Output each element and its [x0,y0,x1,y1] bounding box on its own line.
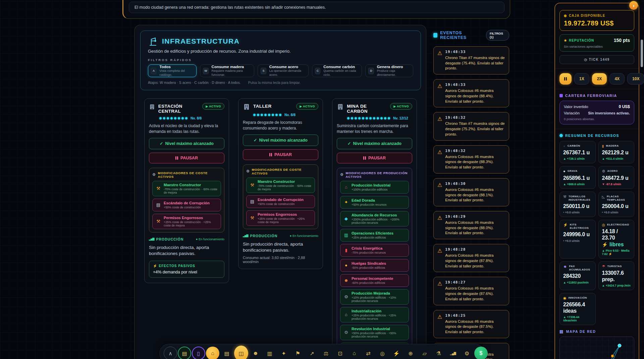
lab-icon[interactable]: ⚗ [432,347,445,359]
modifier-icon: ☻ [343,278,349,283]
factory-mode-icon[interactable]: ⌂ [206,347,219,359]
bolt-icon: ⚡ [608,252,612,256]
bank-icon[interactable]: ⌂ [347,347,361,359]
gear-icon: ⚙ [340,172,344,177]
tick-indicator[interactable]: ◷ TICK 1449 [559,55,634,64]
flag-icon[interactable]: ⚑ [291,347,305,359]
pause-button[interactable]: PAUSAR [337,153,412,163]
star-icon: ★ [564,39,567,42]
contracts-icon[interactable]: ▥ [263,347,276,359]
sparkles-icon[interactable]: ✦ [277,347,290,359]
pause-speed-button[interactable] [559,73,572,85]
expand-dock-icon[interactable]: ∧ [164,347,177,359]
status-badge: ▶ ACTIVO [390,103,412,110]
collapse-sidebar-button[interactable]: › [629,1,638,10]
building-card-taller: TALLER ▶ ACTIVO Nv. 8/8 Repara desgaste … [238,98,323,269]
event-text: Chrono Titan #7 muestra signos de desgas… [445,121,505,137]
modifier-row: ◆ Abundancia de Recursos+200% producción… [340,211,409,226]
resource-icon: ● [563,144,566,148]
filter-button[interactable]: A Todos Vista completa del catálogo. [148,64,197,77]
resources-grid: ●CARBÓN 267367.1 u ▲ +726.1 u/min ▮MADER… [559,141,634,325]
balance-icon[interactable]: ⚖ [319,347,333,359]
level-label: Nv. 12/12 [393,116,408,120]
filter-key-badge: A [151,68,156,74]
building-icon [149,103,155,110]
status-sidebar: ◉CAJA DISPONIBLE 19.972.789 US$ ★REPUTAC… [554,3,639,359]
event-time: 19:48:25 [445,313,505,318]
page-scrollbar[interactable] [641,40,643,67]
events-filters-button[interactable]: FILTROS (1) [486,30,509,41]
speed-button[interactable]: 10X [627,73,644,85]
bottom-dock: ∧ ▤ ▯ ⌂ ▤ ◫ ☻ ▥ ✦ ⚑ ↗ ⚖ ⊡ ⌂ ⇄ ◎ ⚡ ⊕ ▱ ⚗ … [159,344,485,359]
recent-events-panel: EVENTOS RECIENTES FILTROS (1) ⚠ 19:48:33… [433,30,509,359]
max-level-indicator: ✓Nivel máximo alcanzado [243,135,318,146]
building-icon [243,103,250,110]
filter-desc: Vista completa del catálogo. [159,69,192,76]
map-icon[interactable]: ▤ [220,347,233,359]
filter-button[interactable]: S Consume acero La operación demanda ace… [258,64,309,77]
event-time: 19:48:28 [445,247,505,252]
card-icon[interactable]: ⊡ [333,347,347,359]
clock-icon: ◷ [584,58,587,61]
resource-icon: ◉ [563,296,567,300]
level-dots: Nv. 8/8 [253,113,318,117]
network-map[interactable] [559,337,634,359]
exchange-icon[interactable]: ⇄ [362,347,375,359]
status-badge: ▶ ACTIVO [202,103,224,110]
page-subtitle: Gestión de edificios y producción de rec… [148,49,413,54]
building-description: Suministra carbón constantemente para ma… [337,123,412,135]
modifier-icon: ⚒ [250,215,255,220]
warning-icon: ⚠ [437,149,442,170]
workers-icon[interactable]: ☻ [249,347,262,359]
modifier-icon: ⚒ [250,183,255,188]
trend-icon[interactable]: ↗ [305,347,319,359]
filter-button[interactable]: C Consume carbón Quema carbón en cada ci… [312,64,362,77]
pause-button[interactable]: PAUSAR [243,149,318,160]
settings-icon[interactable]: ⚙ [460,347,474,359]
pause-button[interactable]: PAUSAR [149,153,224,163]
ticket-icon[interactable]: ▱ [418,347,431,359]
event-text: Aurora Colossus #6 muestra signos de des… [445,154,505,170]
buildings-icon[interactable]: ◫ [234,346,248,359]
portfolio-header: CARTERA FERROVIARIA [559,94,634,98]
finance-icon[interactable]: $ [474,347,488,359]
speed-button[interactable]: 2X [592,73,607,85]
event-time: 19:48:29 [445,214,505,219]
gear-icon: ⚙ [246,169,250,173]
cash-amount: 19.972.789 US$ [564,19,630,27]
resource-card: ●CARBÓN 267367.1 u ▲ +726.1 u/min [559,141,596,163]
production-status: ● En funcionamiento [290,234,318,238]
bolt-icon: ⚡ [602,242,608,247]
bulb-icon: ◎ [602,223,605,227]
filter-button[interactable]: W Consume madera Requiere madera para fu… [200,64,254,77]
event-time: 19:48:32 [445,115,505,120]
warning-icon: ⚠ [437,214,442,236]
modifier-row: ⚙ Producción Mejorada+10% producción edi… [340,289,409,305]
infrastructure-panel: INFRAESTRUCTURA Gestión de edificios y p… [134,25,426,359]
speed-controls: 1X 2X 4X 10X [559,73,634,85]
modifier-row: ⌂ Industrialización+25% producción edifi… [340,307,409,322]
stats-icon[interactable]: ▁▄▇ [446,347,460,359]
level-dots: Nv. 8/8 [159,116,224,120]
jar-mode-icon[interactable]: ▯ [192,347,205,359]
speed-button[interactable]: 4X [609,73,625,85]
filter-button[interactable]: D Genera dinero Produce caja directament… [365,64,413,77]
globe-icon[interactable]: ⊕ [404,347,417,359]
idea-icon[interactable]: ◎ [376,347,389,359]
modifier-icon: ⚙ [343,330,349,335]
energy-icon[interactable]: ⚡ [390,347,403,359]
resource-card: ◉INNOVACIÓN 226566.4 ideas ▲ +7336.44 id… [559,293,596,325]
passive-effects-box: ⚡EFECTOS PASIVOS +4% demanda por nivel [149,261,224,278]
quick-filters-label: FILTROS RÁPIDOS [148,58,413,62]
filter-desc: Produce caja directamente. [377,69,409,76]
modifier-row: ▤ Escándalo de Corrupción+50% coste de c… [246,195,315,208]
production-body: Sin producción directa, aporta bonificac… [243,241,318,253]
event-text: Chrono Titan #7 muestra signos de desgas… [445,55,505,71]
resources-icon [559,134,563,137]
event-card: ⚠ 19:48:25 Aurora Colossus #6 muestra si… [433,310,509,338]
modifier-row: ▥ Operaciones Eficientes+25% producción … [340,229,409,242]
event-text: Aurora Colossus #6 muestra signos de des… [445,253,505,269]
quick-filters: A Todos Vista completa del catálogo. W C… [148,64,413,77]
map-mode-icon[interactable]: ▤ [178,347,191,359]
speed-button[interactable]: 1X [574,73,589,85]
